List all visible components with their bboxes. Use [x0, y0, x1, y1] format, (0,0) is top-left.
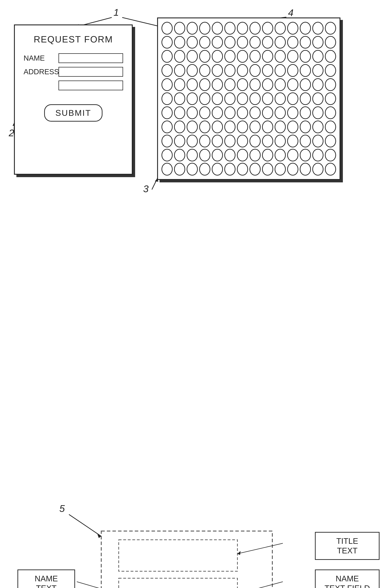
dot: [249, 36, 261, 49]
dot: [287, 120, 298, 133]
name-text-field-label: NAME TEXT FIELD: [315, 570, 380, 588]
svg-text:1: 1: [113, 7, 119, 18]
dot: [312, 64, 324, 77]
dot: [287, 36, 298, 49]
dot: [161, 163, 173, 176]
dot: [262, 107, 273, 119]
dot: [174, 78, 185, 91]
dot: [199, 135, 210, 148]
dot: [275, 36, 286, 49]
dot: [275, 22, 286, 35]
dot: [262, 92, 273, 105]
dot: [161, 22, 173, 35]
submit-button[interactable]: SUBMIT: [44, 104, 102, 122]
svg-line-37: [238, 543, 283, 554]
dot: [187, 120, 198, 133]
dot: [187, 163, 198, 176]
dot: [275, 50, 286, 63]
form-fields: NAME ADDRESS: [15, 53, 132, 90]
dot: [187, 107, 198, 119]
title-text-label: TITLE TEXT: [315, 532, 380, 560]
svg-line-9: [152, 178, 157, 190]
dot: [212, 50, 223, 63]
dot: [249, 22, 261, 35]
name-input[interactable]: [58, 53, 123, 63]
request-form-title: REQUEST FORM: [15, 34, 132, 45]
dot: [325, 149, 336, 161]
dot: [312, 92, 324, 105]
dot: [275, 92, 286, 105]
svg-text:5: 5: [59, 503, 65, 514]
dot: [237, 135, 248, 148]
bottom-section: 5 7 8 6: [0, 489, 390, 588]
dot: [187, 64, 198, 77]
dot: [262, 149, 273, 161]
dot: [199, 64, 210, 77]
dot: [224, 50, 236, 63]
dot: [287, 107, 298, 119]
dot: [237, 50, 248, 63]
dot: [300, 149, 311, 161]
dot: [237, 107, 248, 119]
dot: [300, 107, 311, 119]
dot: [300, 163, 311, 176]
dot: [199, 120, 210, 133]
dot: [174, 107, 185, 119]
dot: [249, 120, 261, 133]
dot: [312, 107, 324, 119]
dot: [224, 64, 236, 77]
dot: [237, 163, 248, 176]
dot: [224, 22, 236, 35]
dot: [325, 64, 336, 77]
dot: [249, 50, 261, 63]
address-label: ADDRESS: [24, 68, 58, 76]
dot: [262, 22, 273, 35]
dot: [199, 92, 210, 105]
dot: [312, 50, 324, 63]
svg-text:2: 2: [8, 127, 14, 138]
svg-line-39: [238, 582, 283, 588]
dot: [199, 78, 210, 91]
address2-input[interactable]: [58, 81, 123, 90]
dot: [300, 78, 311, 91]
dot: [275, 135, 286, 148]
dot: [161, 36, 173, 49]
dot: [262, 135, 273, 148]
dot: [249, 107, 261, 119]
dot: [287, 64, 298, 77]
svg-text:3: 3: [143, 183, 148, 194]
dot: [224, 163, 236, 176]
dot: [161, 107, 173, 119]
dot: [187, 22, 198, 35]
dot: [287, 92, 298, 105]
dot: [187, 149, 198, 161]
dot: [300, 50, 311, 63]
dot: [275, 163, 286, 176]
dot: [174, 149, 185, 161]
dot: [187, 135, 198, 148]
dot: [275, 64, 286, 77]
dot: [212, 120, 223, 133]
dot: [275, 107, 286, 119]
dot: [325, 50, 336, 63]
dot: [174, 135, 185, 148]
dot: [312, 135, 324, 148]
dot: [300, 120, 311, 133]
dot: [199, 50, 210, 63]
top-section: 1 2 3 4 REQUEST FORM NAME ADDRESS: [0, 0, 390, 245]
dot: [224, 149, 236, 161]
dot: [300, 36, 311, 49]
dot: [212, 22, 223, 35]
dot: [174, 22, 185, 35]
address1-input[interactable]: [58, 67, 123, 77]
dot: [275, 78, 286, 91]
dot: [199, 107, 210, 119]
name-row: NAME: [24, 53, 123, 63]
dot: [187, 50, 198, 63]
dot: [262, 78, 273, 91]
dot: [161, 64, 173, 77]
dot: [249, 149, 261, 161]
dot: [199, 36, 210, 49]
svg-line-31: [77, 582, 119, 588]
dot: [224, 120, 236, 133]
